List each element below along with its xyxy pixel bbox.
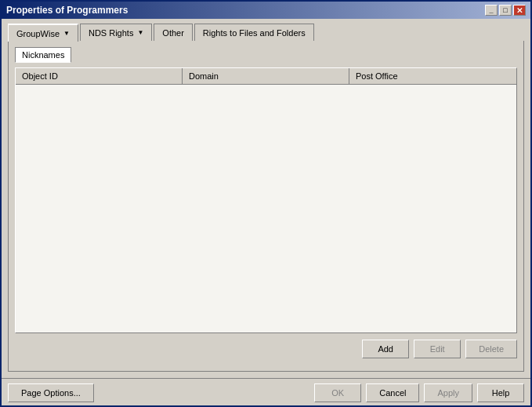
sub-tab-nicknames[interactable]: Nicknames (15, 47, 71, 63)
tab-nds-rights-label: NDS Rights (89, 28, 133, 38)
title-bar: Properties of Programmers _ □ ✕ (2, 2, 530, 19)
tabs-row: GroupWise ▼ NDS Rights ▼ Other Rights to… (8, 24, 524, 41)
bottom-right: OK Cancel Apply Help (314, 383, 524, 402)
chevron-down-icon: ▼ (137, 29, 143, 36)
bottom-bar: Page Options... OK Cancel Apply Help (2, 378, 530, 405)
title-bar-buttons: _ □ ✕ (485, 5, 526, 16)
tab-groupwise[interactable]: GroupWise ▼ (8, 24, 78, 42)
sub-tabs-row: Nicknames (15, 47, 517, 63)
tab-rights-files-label: Rights to Files and Folders (203, 28, 306, 38)
main-window: Properties of Programmers _ □ ✕ GroupWis… (0, 0, 532, 407)
tab-other[interactable]: Other (154, 24, 193, 41)
tab-groupwise-label: GroupWise (16, 29, 60, 38)
tab-panel-groupwise: Nicknames Object ID Domain Post Office A… (15, 47, 517, 365)
bottom-left: Page Options... (8, 383, 94, 402)
window-body: GroupWise ▼ NDS Rights ▼ Other Rights to… (2, 19, 530, 378)
column-object-id: Object ID (16, 68, 183, 84)
cancel-button[interactable]: Cancel (366, 383, 419, 402)
close-button[interactable]: ✕ (513, 5, 526, 16)
column-domain: Domain (183, 68, 349, 84)
data-table: Object ID Domain Post Office (15, 67, 517, 333)
add-button[interactable]: Add (362, 340, 409, 358)
tab-other-label: Other (162, 28, 184, 38)
help-button[interactable]: Help (477, 383, 524, 402)
tab-nds-rights[interactable]: NDS Rights ▼ (80, 24, 152, 41)
maximize-button[interactable]: □ (499, 5, 512, 16)
edit-button[interactable]: Edit (414, 340, 461, 358)
column-post-office: Post Office (349, 68, 516, 84)
window-title: Properties of Programmers (6, 5, 128, 16)
action-buttons: Add Edit Delete (15, 340, 517, 358)
page-options-button[interactable]: Page Options... (8, 383, 94, 402)
table-body (16, 85, 516, 333)
tab-rights-files[interactable]: Rights to Files and Folders (194, 24, 314, 41)
minimize-button[interactable]: _ (485, 5, 498, 16)
sub-tab-nicknames-label: Nicknames (22, 50, 64, 60)
tab-content: Nicknames Object ID Domain Post Office A… (8, 41, 524, 372)
delete-button[interactable]: Delete (465, 340, 517, 358)
ok-button[interactable]: OK (314, 383, 361, 402)
table-header: Object ID Domain Post Office (16, 68, 516, 85)
chevron-down-icon: ▼ (63, 30, 70, 37)
apply-button[interactable]: Apply (424, 383, 472, 402)
